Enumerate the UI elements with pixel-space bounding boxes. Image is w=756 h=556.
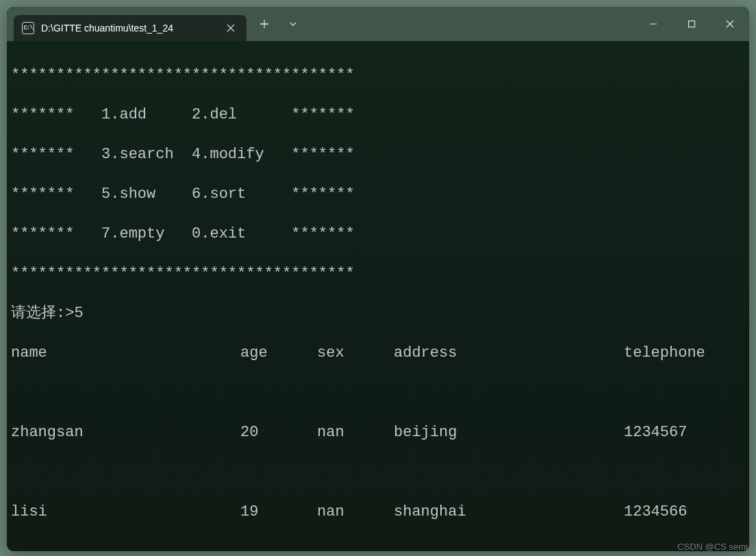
table-header: nameagesexaddresstelephone [11, 343, 745, 363]
cell-address: shanghai [394, 502, 624, 522]
table-row: lisi19nanshanghai1234566 [11, 502, 745, 522]
table-row: zhangsan20nanbeijing1234567 [11, 422, 745, 442]
cell-telephone: 1234567 [624, 422, 745, 442]
tab-title: D:\GITTE chuantimu\test_1_24 [41, 23, 216, 34]
col-telephone-header: telephone [624, 343, 745, 363]
chevron-down-icon [289, 20, 297, 28]
tab-active[interactable]: C:\ D:\GITTE chuantimu\test_1_24 [14, 15, 247, 41]
maximize-icon [688, 20, 696, 28]
cell-name: lisi [11, 502, 240, 522]
new-tab-button[interactable] [251, 12, 278, 36]
cell-sex: nan [317, 502, 394, 522]
cell-sex: nan [317, 422, 394, 442]
menu-border-bottom: ************************************** [11, 264, 745, 283]
col-name-header: name [11, 343, 240, 363]
svg-rect-0 [689, 21, 695, 27]
terminal-window: C:\ D:\GITTE chuantimu\test_1_24 [7, 7, 749, 551]
close-icon [227, 24, 235, 32]
plus-icon [260, 19, 269, 29]
titlebar: C:\ D:\GITTE chuantimu\test_1_24 [7, 7, 749, 41]
menu-row-2: ******* 3.search 4.modify ******* [11, 144, 745, 164]
close-icon [726, 20, 734, 28]
title-actions [251, 12, 307, 36]
close-window-button[interactable] [711, 10, 749, 38]
close-tab-button[interactable] [223, 21, 238, 36]
blank-row [11, 383, 745, 403]
cell-telephone: 1234566 [624, 502, 745, 522]
menu-row-4: ******* 7.empty 0.exit ******* [11, 224, 745, 244]
cmd-icon: C:\ [22, 22, 34, 34]
col-address-header: address [394, 343, 624, 363]
maximize-button[interactable] [672, 10, 711, 38]
cell-address: beijing [394, 422, 624, 442]
menu-row-1: ******* 1.add 2.del ******* [11, 105, 745, 125]
menu-border-top: ************************************** [11, 65, 745, 85]
cell-age: 20 [240, 422, 317, 442]
watermark: CSDN @CS semi [677, 542, 748, 552]
terminal-body[interactable]: ************************************** *… [7, 41, 749, 551]
blank-row [11, 542, 745, 551]
menu-row-3: ******* 5.show 6.sort ******* [11, 184, 745, 204]
minimize-button[interactable] [634, 10, 672, 38]
tab-dropdown-button[interactable] [279, 12, 307, 36]
col-sex-header: sex [317, 343, 394, 363]
prompt-1: 请选择:>5 [11, 303, 745, 323]
window-controls [634, 7, 749, 41]
prompt-input: 5 [74, 305, 83, 322]
prompt-label: 请选择:> [11, 305, 74, 322]
cell-age: 19 [240, 502, 317, 522]
cell-name: zhangsan [11, 422, 240, 442]
col-age-header: age [240, 343, 317, 363]
blank-row [11, 462, 745, 482]
minimize-icon [649, 20, 657, 28]
